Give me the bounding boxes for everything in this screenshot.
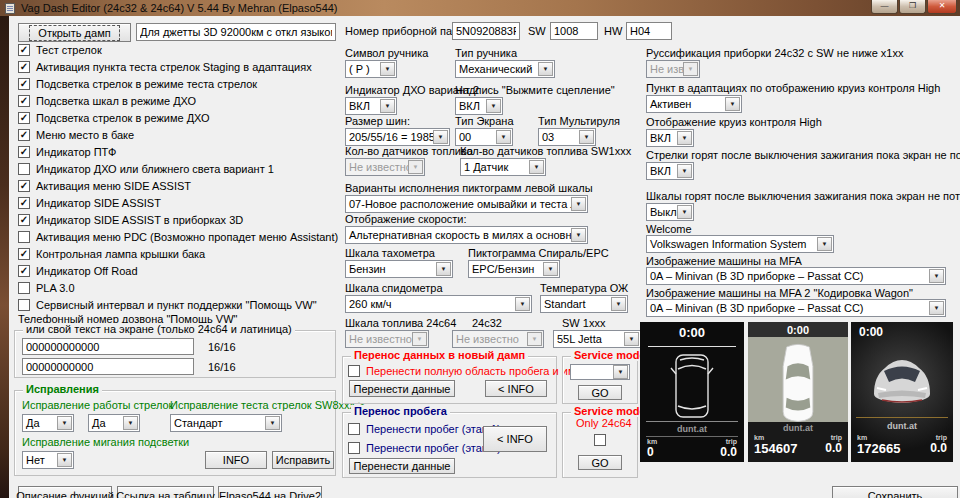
- checkbox[interactable]: ✓: [18, 78, 30, 90]
- checkbox-item[interactable]: Индикатор ДХО или ближнего света вариант…: [18, 160, 338, 177]
- service-mode2-go-button[interactable]: GO: [578, 455, 622, 470]
- checkbox[interactable]: ✓: [18, 95, 30, 107]
- hw-input[interactable]: [626, 22, 672, 40]
- checkbox[interactable]: ✓: [18, 146, 30, 158]
- chevron-down-icon[interactable]: ▼: [571, 197, 586, 211]
- wheel-select[interactable]: 03 ▼: [538, 128, 596, 146]
- checkbox[interactable]: [18, 299, 30, 311]
- checkbox-item[interactable]: Сервисный интервал и пункт поддержки "По…: [18, 296, 338, 313]
- chevron-down-icon[interactable]: ▼: [611, 297, 626, 311]
- panel-id-input[interactable]: [452, 22, 520, 40]
- checkbox-item[interactable]: Активация меню PDC (Возможно пропадет ме…: [18, 228, 338, 245]
- scales-glow-select[interactable]: Выкл ▼: [646, 203, 694, 221]
- chevron-down-icon[interactable]: ▼: [57, 416, 72, 430]
- checkbox[interactable]: [594, 434, 606, 446]
- chevron-down-icon[interactable]: ▼: [538, 62, 553, 76]
- chevron-down-icon[interactable]: ▼: [677, 131, 692, 145]
- checkbox-item[interactable]: ✓ Индикатор SIDE ASSIST в приборках 3D: [18, 211, 338, 228]
- fix-test-select[interactable]: Стандарт ▼: [170, 414, 282, 432]
- transfer-dump-button[interactable]: Перенести данные: [349, 380, 455, 397]
- chevron-down-icon[interactable]: ▼: [380, 99, 395, 113]
- clutch-select[interactable]: ВКЛ ▼: [455, 97, 503, 115]
- checkbox[interactable]: ✓: [18, 44, 30, 56]
- fuel-sw1-select[interactable]: 55L Jetta ▼: [553, 330, 641, 348]
- checkbox-item[interactable]: ✓ Индикатор Off Road: [18, 262, 338, 279]
- chevron-down-icon[interactable]: ▼: [433, 130, 448, 144]
- save-button[interactable]: Сохранить: [832, 486, 958, 498]
- open-dump-button[interactable]: Открыть дамп: [18, 23, 131, 42]
- checkbox-item[interactable]: ✓ Тест стрелок: [18, 41, 338, 58]
- checkbox[interactable]: ✓: [18, 129, 30, 141]
- spiral-select[interactable]: EPC/Бензин ▼: [468, 260, 560, 278]
- service-mode-go-button[interactable]: GO: [578, 385, 622, 400]
- checkbox-item[interactable]: ✓ Индикатор SIDE ASSIST: [18, 194, 338, 211]
- sw-input[interactable]: [550, 22, 598, 40]
- chevron-down-icon[interactable]: ▼: [529, 160, 544, 174]
- checkbox[interactable]: ✓: [18, 112, 30, 124]
- drive2-link-button[interactable]: Elpaso544 на Drive2: [218, 486, 322, 498]
- cruise-disp-select[interactable]: ВКЛ ▼: [646, 129, 694, 147]
- handbrake-select[interactable]: Механический ▼: [455, 60, 555, 78]
- checkbox-item[interactable]: ✓ Меню место в баке: [18, 126, 338, 143]
- checkbox[interactable]: [18, 282, 30, 294]
- checkbox[interactable]: [18, 163, 30, 175]
- functions-desc-button[interactable]: Описание функций: [18, 486, 112, 498]
- transfer-mileage-button[interactable]: Перенести данные: [349, 458, 455, 474]
- table-link-button[interactable]: Ссылка на таблицу: [117, 486, 214, 498]
- chevron-down-icon[interactable]: ▼: [571, 228, 586, 242]
- tacho-select[interactable]: Бензин ▼: [345, 260, 453, 278]
- checkbox[interactable]: ✓: [18, 214, 30, 226]
- checkbox-item[interactable]: ✓ Контрольная лампа крышки бака: [18, 245, 338, 262]
- chevron-down-icon[interactable]: ▼: [123, 416, 138, 430]
- chevron-down-icon[interactable]: ▼: [579, 130, 594, 144]
- checkbox[interactable]: [348, 365, 360, 377]
- needles-glow-select[interactable]: ВКЛ ▼: [646, 162, 694, 180]
- checkbox-item[interactable]: PLA 3.0: [18, 279, 338, 296]
- mileage-stage2-row[interactable]: Перенести пробег (этап 2): [348, 439, 501, 456]
- mfa-select[interactable]: 0A – Minivan (В 3D приборке – Passat CC)…: [646, 267, 946, 285]
- checkbox-item[interactable]: ✓ Подсветка стрелок в режиме ДХО: [18, 109, 338, 126]
- chevron-down-icon[interactable]: ▼: [265, 416, 280, 430]
- checkbox-item[interactable]: ✓ Индикатор ПТФ: [18, 143, 338, 160]
- transfer-mileage-info-button[interactable]: < INFO: [483, 426, 547, 452]
- coolant-select[interactable]: Standart ▼: [540, 295, 628, 313]
- checkbox-item[interactable]: ✓ Подсветка шкал в режиме ДХО: [18, 92, 338, 109]
- chevron-down-icon[interactable]: ▼: [929, 269, 944, 283]
- chevron-down-icon[interactable]: ▼: [817, 237, 832, 251]
- close-icon[interactable]: ✕: [927, 0, 957, 14]
- cruise-adapt-select[interactable]: Активен ▼: [646, 95, 742, 113]
- transfer-dump-info-button[interactable]: < INFO: [485, 380, 547, 397]
- chevron-down-icon[interactable]: ▼: [486, 99, 501, 113]
- checkbox[interactable]: [348, 442, 360, 454]
- chevron-down-icon[interactable]: ▼: [436, 262, 451, 276]
- checkbox-item[interactable]: ✓ Подсветка стрелок в режиме теста стрел…: [18, 75, 338, 92]
- custom-text-input-2[interactable]: [22, 358, 194, 375]
- chevron-down-icon[interactable]: ▼: [515, 297, 530, 311]
- chevron-down-icon[interactable]: ▼: [613, 365, 628, 379]
- pictograms-select[interactable]: 07-Новое расположение омывайки и теста л…: [345, 195, 588, 213]
- chevron-down-icon[interactable]: ▼: [677, 205, 692, 219]
- checkbox[interactable]: ✓: [18, 265, 30, 277]
- checkbox[interactable]: [348, 423, 360, 435]
- fix-arrows-select-1[interactable]: Да ▼: [22, 414, 74, 432]
- service-mode-select[interactable]: ▼: [570, 364, 630, 380]
- checkbox[interactable]: ✓: [18, 180, 30, 192]
- chevron-down-icon[interactable]: ▼: [380, 62, 395, 76]
- checkbox[interactable]: ✓: [18, 197, 30, 209]
- fuel-sensors-sw1-select[interactable]: 1 Датчик ▼: [460, 158, 546, 176]
- filename-input[interactable]: [136, 23, 336, 41]
- chevron-down-icon[interactable]: ▼: [496, 130, 511, 144]
- checkbox-item[interactable]: ✓ Активация пункта теста стрелок Staging…: [18, 58, 338, 75]
- mfa2-select[interactable]: 0A – Minivan (В 3D приборке – Passat CC)…: [646, 299, 946, 317]
- transfer-dump-checkbox-row[interactable]: Перенести полную область пробега и иммо: [348, 362, 589, 379]
- checkbox[interactable]: ✓: [18, 61, 30, 73]
- chevron-down-icon[interactable]: ▼: [725, 97, 740, 111]
- sym-select[interactable]: ( P ) ▼: [345, 60, 397, 78]
- tires-select[interactable]: 205/55/16 = 1985mm ▼: [345, 128, 450, 146]
- speed-disp-select[interactable]: Альтернативная скорость в милях а основн…: [345, 226, 588, 244]
- welcome-select[interactable]: Volkswagen Information System ▼: [646, 235, 834, 253]
- checkbox[interactable]: [18, 231, 30, 243]
- custom-text-input-1[interactable]: [22, 338, 194, 355]
- chevron-down-icon[interactable]: ▼: [57, 453, 72, 467]
- fix-arrows-select-2[interactable]: Да ▼: [88, 414, 140, 432]
